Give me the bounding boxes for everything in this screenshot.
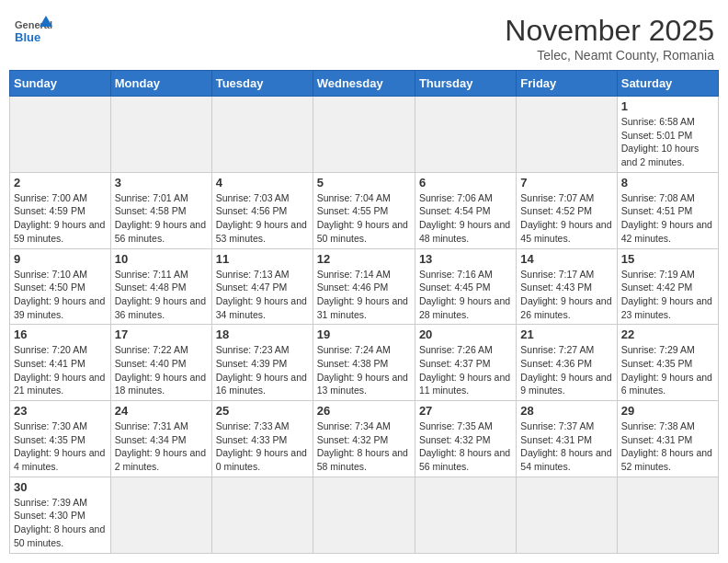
calendar-cell <box>517 97 617 173</box>
day-number: 11 <box>216 252 309 266</box>
day-number: 4 <box>216 176 309 190</box>
calendar-cell: 16Sunrise: 7:20 AM Sunset: 4:41 PM Dayli… <box>10 325 111 401</box>
day-info: Sunrise: 7:04 AM Sunset: 4:55 PM Dayligh… <box>317 191 411 246</box>
day-header-saturday: Saturday <box>617 71 718 97</box>
day-info: Sunrise: 7:34 AM Sunset: 4:32 PM Dayligh… <box>317 419 411 474</box>
calendar-cell: 23Sunrise: 7:30 AM Sunset: 4:35 PM Dayli… <box>10 401 111 477</box>
calendar-cell: 6Sunrise: 7:06 AM Sunset: 4:54 PM Daylig… <box>415 172 516 248</box>
calendar-cell <box>211 477 313 553</box>
day-number: 24 <box>115 404 208 418</box>
calendar-cell: 8Sunrise: 7:08 AM Sunset: 4:51 PM Daylig… <box>617 172 718 248</box>
day-info: Sunrise: 7:06 AM Sunset: 4:54 PM Dayligh… <box>419 191 512 246</box>
day-number: 3 <box>115 176 208 190</box>
calendar-cell: 20Sunrise: 7:26 AM Sunset: 4:37 PM Dayli… <box>415 325 516 401</box>
day-info: Sunrise: 7:27 AM Sunset: 4:36 PM Dayligh… <box>520 343 612 397</box>
day-number: 20 <box>419 327 512 341</box>
calendar-cell <box>110 97 211 173</box>
calendar-week-row: 1Sunrise: 6:58 AM Sunset: 5:01 PM Daylig… <box>10 97 719 173</box>
day-info: Sunrise: 7:26 AM Sunset: 4:37 PM Dayligh… <box>419 343 512 397</box>
day-number: 28 <box>520 404 612 418</box>
day-info: Sunrise: 7:17 AM Sunset: 4:43 PM Dayligh… <box>520 268 612 322</box>
day-number: 18 <box>216 327 309 341</box>
calendar-cell: 2Sunrise: 7:00 AM Sunset: 4:59 PM Daylig… <box>10 172 111 248</box>
day-number: 5 <box>317 176 411 190</box>
day-info: Sunrise: 7:13 AM Sunset: 4:47 PM Dayligh… <box>216 268 309 322</box>
calendar-cell: 18Sunrise: 7:23 AM Sunset: 4:39 PM Dayli… <box>211 325 313 401</box>
day-number: 2 <box>14 176 107 190</box>
calendar-cell: 5Sunrise: 7:04 AM Sunset: 4:55 PM Daylig… <box>313 172 415 248</box>
day-number: 23 <box>14 404 107 418</box>
calendar-cell: 19Sunrise: 7:24 AM Sunset: 4:38 PM Dayli… <box>313 325 415 401</box>
logo: General Blue <box>14 14 52 52</box>
calendar-cell <box>211 97 313 173</box>
calendar-cell: 30Sunrise: 7:39 AM Sunset: 4:30 PM Dayli… <box>10 477 111 553</box>
calendar-cell <box>415 97 516 173</box>
calendar-cell: 13Sunrise: 7:16 AM Sunset: 4:45 PM Dayli… <box>415 248 516 325</box>
calendar-cell: 29Sunrise: 7:38 AM Sunset: 4:31 PM Dayli… <box>617 401 718 477</box>
day-info: Sunrise: 7:10 AM Sunset: 4:50 PM Dayligh… <box>14 268 107 322</box>
logo-svg: General Blue <box>14 14 52 52</box>
calendar-cell <box>517 477 617 553</box>
day-info: Sunrise: 7:35 AM Sunset: 4:32 PM Dayligh… <box>419 419 512 474</box>
calendar-cell <box>313 97 415 173</box>
calendar-cell: 28Sunrise: 7:37 AM Sunset: 4:31 PM Dayli… <box>517 401 617 477</box>
calendar-cell: 4Sunrise: 7:03 AM Sunset: 4:56 PM Daylig… <box>211 172 313 248</box>
day-number: 6 <box>419 176 512 190</box>
day-number: 13 <box>419 252 512 266</box>
day-number: 14 <box>520 252 612 266</box>
day-info: Sunrise: 7:30 AM Sunset: 4:35 PM Dayligh… <box>14 419 107 474</box>
day-info: Sunrise: 7:16 AM Sunset: 4:45 PM Dayligh… <box>419 268 512 322</box>
day-number: 12 <box>317 252 411 266</box>
day-number: 10 <box>115 252 208 266</box>
day-info: Sunrise: 7:37 AM Sunset: 4:31 PM Dayligh… <box>520 419 612 474</box>
calendar-cell <box>10 97 111 173</box>
page-header: General Blue November 2025 Telec, Neamt … <box>9 9 719 63</box>
day-number: 19 <box>317 327 411 341</box>
day-info: Sunrise: 7:11 AM Sunset: 4:48 PM Dayligh… <box>115 268 208 322</box>
calendar-cell <box>617 477 718 553</box>
calendar-cell <box>415 477 516 553</box>
day-info: Sunrise: 7:14 AM Sunset: 4:46 PM Dayligh… <box>317 268 411 322</box>
day-number: 25 <box>216 404 309 418</box>
day-info: Sunrise: 7:19 AM Sunset: 4:42 PM Dayligh… <box>621 268 714 322</box>
calendar-cell: 24Sunrise: 7:31 AM Sunset: 4:34 PM Dayli… <box>110 401 211 477</box>
calendar-cell: 21Sunrise: 7:27 AM Sunset: 4:36 PM Dayli… <box>517 325 617 401</box>
calendar-cell: 11Sunrise: 7:13 AM Sunset: 4:47 PM Dayli… <box>211 248 313 325</box>
day-number: 1 <box>621 99 714 113</box>
svg-text:Blue: Blue <box>15 30 40 44</box>
day-number: 15 <box>621 252 714 266</box>
day-info: Sunrise: 7:07 AM Sunset: 4:52 PM Dayligh… <box>520 191 612 246</box>
day-info: Sunrise: 7:29 AM Sunset: 4:35 PM Dayligh… <box>621 343 714 397</box>
title-block: November 2025 Telec, Neamt County, Roman… <box>505 14 714 63</box>
day-info: Sunrise: 7:24 AM Sunset: 4:38 PM Dayligh… <box>317 343 411 397</box>
day-number: 9 <box>14 252 107 266</box>
day-info: Sunrise: 7:20 AM Sunset: 4:41 PM Dayligh… <box>14 343 107 397</box>
day-info: Sunrise: 7:03 AM Sunset: 4:56 PM Dayligh… <box>216 191 309 246</box>
day-header-wednesday: Wednesday <box>313 71 415 97</box>
calendar-week-row: 23Sunrise: 7:30 AM Sunset: 4:35 PM Dayli… <box>10 401 719 477</box>
day-number: 8 <box>621 176 714 190</box>
calendar-cell <box>313 477 415 553</box>
calendar-cell: 3Sunrise: 7:01 AM Sunset: 4:58 PM Daylig… <box>110 172 211 248</box>
calendar-cell: 26Sunrise: 7:34 AM Sunset: 4:32 PM Dayli… <box>313 401 415 477</box>
day-number: 16 <box>14 327 107 341</box>
day-number: 26 <box>317 404 411 418</box>
month-title: November 2025 <box>505 14 714 48</box>
day-info: Sunrise: 7:00 AM Sunset: 4:59 PM Dayligh… <box>14 191 107 246</box>
day-number: 30 <box>14 480 107 494</box>
calendar-week-row: 16Sunrise: 7:20 AM Sunset: 4:41 PM Dayli… <box>10 325 719 401</box>
calendar-cell: 22Sunrise: 7:29 AM Sunset: 4:35 PM Dayli… <box>617 325 718 401</box>
day-header-monday: Monday <box>110 71 211 97</box>
day-number: 22 <box>621 327 714 341</box>
calendar-cell: 17Sunrise: 7:22 AM Sunset: 4:40 PM Dayli… <box>110 325 211 401</box>
calendar-cell: 15Sunrise: 7:19 AM Sunset: 4:42 PM Dayli… <box>617 248 718 325</box>
calendar-cell <box>110 477 211 553</box>
calendar-cell: 25Sunrise: 7:33 AM Sunset: 4:33 PM Dayli… <box>211 401 313 477</box>
calendar-cell: 14Sunrise: 7:17 AM Sunset: 4:43 PM Dayli… <box>517 248 617 325</box>
day-number: 17 <box>115 327 208 341</box>
day-header-tuesday: Tuesday <box>211 71 313 97</box>
day-number: 29 <box>621 404 714 418</box>
subtitle: Telec, Neamt County, Romania <box>505 48 714 63</box>
day-header-friday: Friday <box>517 71 617 97</box>
calendar-cell: 7Sunrise: 7:07 AM Sunset: 4:52 PM Daylig… <box>517 172 617 248</box>
